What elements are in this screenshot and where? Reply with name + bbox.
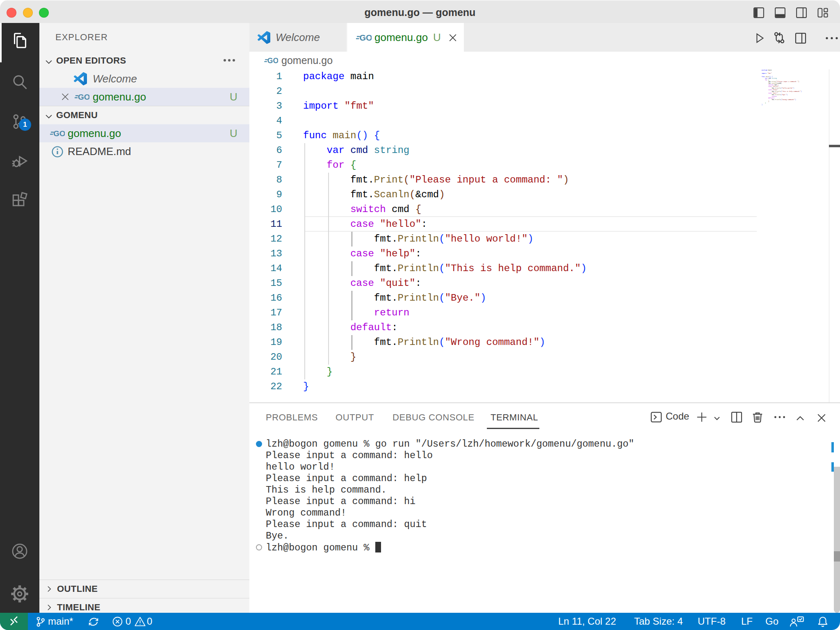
svg-text:GO: GO xyxy=(78,93,89,101)
svg-text:GO: GO xyxy=(267,57,278,65)
svg-text:GO: GO xyxy=(359,33,372,42)
svg-text:GO: GO xyxy=(53,129,65,138)
